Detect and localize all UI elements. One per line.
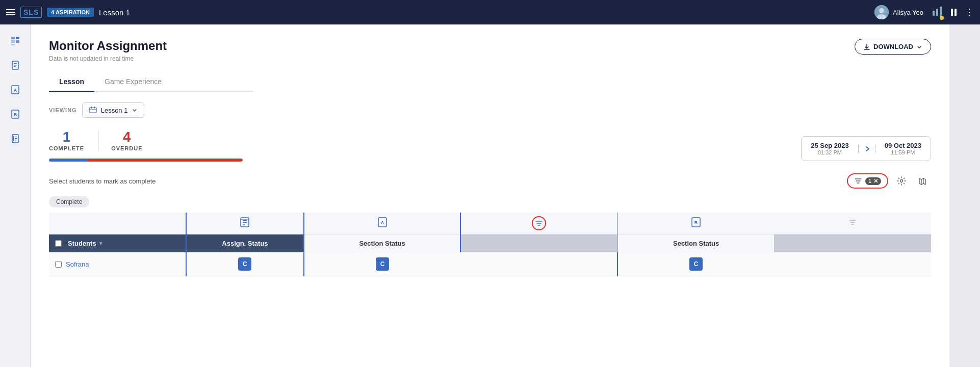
col-filter-active-icon[interactable] — [532, 216, 546, 230]
sidebar-item-doc-b[interactable]: B — [5, 104, 25, 124]
col-icon-assign — [186, 213, 304, 234]
time-end-value: 11:59 PM — [885, 149, 921, 155]
complete-chip[interactable]: Complete — [49, 196, 89, 207]
svg-rect-6 — [11, 37, 15, 39]
td-assign-status: C — [186, 252, 304, 276]
controls-row: Select students to mark as complete 1 ✕ — [49, 173, 931, 189]
date-end: 09 Oct 2023 11:59 PM — [875, 137, 931, 161]
main-content: Monitor Assignment Data is not updated i… — [31, 24, 949, 367]
complete-number: 1 — [49, 129, 84, 145]
overdue-label: OVERDUE — [111, 145, 142, 151]
svg-rect-12 — [14, 63, 17, 64]
page-title: Monitor Assignment — [49, 39, 931, 53]
svg-text:A: A — [380, 220, 384, 225]
col-icon-section-b: B — [617, 213, 775, 234]
avatar — [874, 5, 889, 19]
select-all-checkbox[interactable] — [55, 240, 62, 247]
svg-rect-8 — [11, 40, 15, 43]
chip-row: Complete — [49, 196, 931, 207]
sidebar-item-assignment[interactable] — [5, 55, 25, 75]
right-panel — [949, 24, 980, 367]
student-checkbox[interactable] — [55, 261, 62, 268]
username-label: Alisya Yeo — [893, 9, 923, 16]
td-section-b: C — [617, 252, 775, 276]
sidebar-item-grid[interactable] — [5, 31, 25, 51]
left-sidebar: A B — [0, 24, 31, 367]
progress-complete — [49, 159, 88, 162]
th-assign-status: Assign. Status — [186, 234, 304, 253]
col-icon-empty — [49, 213, 186, 234]
svg-rect-20 — [13, 136, 14, 141]
nav-right: Alisya Yeo ⋮ — [874, 5, 974, 19]
tab-lesson[interactable]: Lesson — [49, 72, 94, 92]
nav-more-icon[interactable]: ⋮ — [965, 7, 974, 18]
settings-button[interactable] — [893, 173, 910, 189]
students-header-label: Students — [68, 240, 96, 247]
stat-overdue: 4 OVERDUE — [111, 129, 157, 151]
th-students: Students ▼ — [49, 234, 186, 253]
viewing-dropdown[interactable]: Lesson 1 — [82, 102, 145, 118]
sort-icon[interactable]: ▼ — [98, 241, 104, 246]
svg-rect-26 — [94, 107, 95, 109]
stat-divider — [98, 130, 99, 150]
svg-point-28 — [900, 180, 903, 182]
map-button[interactable] — [915, 173, 931, 189]
assign-status-badge: C — [238, 257, 251, 271]
filter-button[interactable]: 1 ✕ — [847, 173, 888, 189]
date-start-value: 25 Sep 2023 — [811, 142, 848, 149]
select-label: Select students to mark as complete — [49, 177, 156, 185]
col-icon-section-a: A — [304, 213, 461, 234]
svg-point-1 — [879, 8, 884, 13]
table-wrapper: A B — [49, 213, 931, 276]
date-start: 25 Sep 2023 01:32 PM — [802, 137, 858, 161]
hamburger-menu-icon[interactable] — [6, 9, 15, 15]
viewing-label: VIEWING — [49, 107, 77, 113]
pause-icon[interactable] — [951, 9, 957, 16]
th-section-status-2: Section Status — [617, 234, 775, 253]
td-section-empty — [774, 252, 931, 276]
svg-text:B: B — [694, 220, 698, 225]
page-subtitle: Data is not updated in real time — [49, 55, 931, 62]
svg-text:B: B — [13, 112, 17, 117]
top-nav: SLS 4 ASPIRATION Lesson 1 Alisya Yeo ⋮ — [0, 0, 980, 24]
controls-right: 1 ✕ — [847, 173, 931, 189]
filter-badge: 1 ✕ — [865, 177, 881, 185]
svg-rect-7 — [16, 37, 19, 39]
aspiration-badge: 4 ASPIRATION — [47, 8, 94, 17]
svg-rect-34 — [243, 224, 245, 225]
overdue-number: 4 — [111, 129, 142, 145]
download-label: DOWNLOAD — [873, 43, 913, 50]
filter-count: 1 — [868, 178, 871, 184]
sidebar-item-doc-a[interactable]: A — [5, 80, 25, 100]
table-header-row: Students ▼ Assign. Status Section Status… — [49, 234, 931, 253]
svg-rect-4 — [936, 9, 938, 16]
svg-text:A: A — [13, 88, 17, 93]
progress-bar — [49, 159, 243, 162]
svg-rect-21 — [15, 137, 17, 137]
time-start-value: 01:32 PM — [811, 149, 848, 155]
progress-overdue — [88, 159, 243, 162]
svg-rect-33 — [243, 222, 247, 223]
download-button[interactable]: DOWNLOAD — [855, 39, 931, 55]
section-b-badge: C — [689, 257, 703, 271]
svg-rect-14 — [14, 66, 16, 67]
table-row: Sofrana C C C — [49, 252, 931, 276]
th-section-status-spacer — [460, 234, 617, 253]
nav-lesson-title: Lesson 1 — [99, 8, 130, 17]
svg-rect-23 — [15, 140, 16, 140]
td-section-spacer — [460, 252, 617, 276]
assign-table: A B — [49, 213, 931, 276]
filter-x-icon[interactable]: ✕ — [873, 178, 878, 185]
complete-label: COMPLETE — [49, 145, 84, 151]
viewing-value: Lesson 1 — [101, 107, 128, 114]
date-end-value: 09 Oct 2023 — [885, 142, 921, 149]
tab-game-experience[interactable]: Game Experience — [94, 72, 172, 92]
date-arrow[interactable] — [858, 145, 875, 153]
col-icon-filter-empty — [774, 213, 931, 234]
stat-complete: 1 COMPLETE — [49, 129, 98, 151]
stats-icon[interactable] — [932, 6, 943, 19]
sls-logo: SLS — [20, 7, 42, 18]
svg-rect-25 — [91, 107, 92, 109]
td-student-name[interactable]: Sofrana — [49, 252, 186, 276]
sidebar-item-notebook[interactable] — [5, 128, 25, 149]
